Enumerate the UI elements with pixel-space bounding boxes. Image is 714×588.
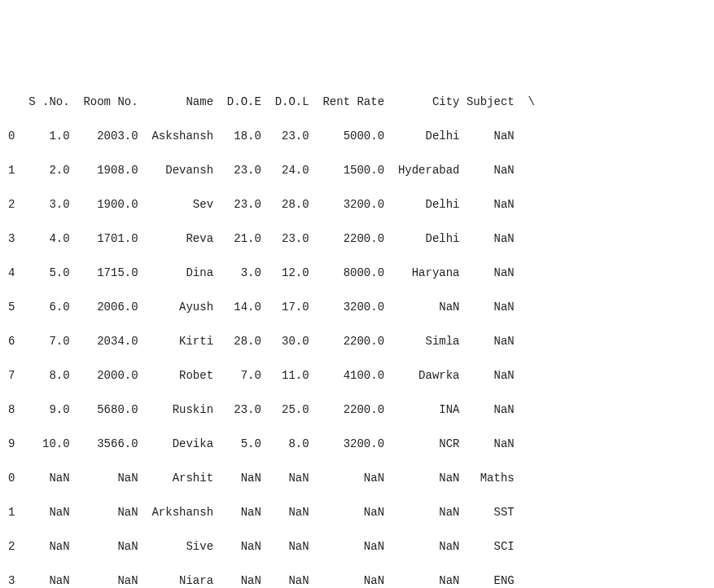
table-row: 2 3.0 1900.0 Sev 23.0 28.0 3200.0 Delhi …	[8, 196, 706, 213]
table-row: 0 1.0 2003.0 Askshansh 18.0 23.0 5000.0 …	[8, 128, 706, 145]
table-row: 4 5.0 1715.0 Dina 3.0 12.0 8000.0 Haryan…	[8, 265, 706, 282]
table-row: 6 7.0 2034.0 Kirti 28.0 30.0 2200.0 Siml…	[8, 333, 706, 350]
dataframe-output: S .No. Room No. Name D.O.E D.O.L Rent Ra…	[8, 77, 706, 588]
table-row: 0 NaN NaN Arshit NaN NaN NaN NaN Maths	[8, 470, 706, 487]
table-row: 2 NaN NaN Sive NaN NaN NaN NaN SCI	[8, 538, 706, 555]
table-row: 3 4.0 1701.0 Reva 21.0 23.0 2200.0 Delhi…	[8, 230, 706, 248]
table-row: 9 10.0 3566.0 Devika 5.0 8.0 3200.0 NCR …	[8, 436, 706, 453]
table-row: 8 9.0 5680.0 Ruskin 23.0 25.0 2200.0 INA…	[8, 402, 706, 419]
table-row: 5 6.0 2006.0 Ayush 14.0 17.0 3200.0 NaN …	[8, 299, 706, 316]
block1-header: S .No. Room No. Name D.O.E D.O.L Rent Ra…	[8, 94, 706, 111]
table-row: 1 2.0 1908.0 Devansh 23.0 24.0 1500.0 Hy…	[8, 162, 706, 179]
table-row: 1 NaN NaN Arkshansh NaN NaN NaN NaN SST	[8, 504, 706, 521]
table-row: 7 8.0 2000.0 Robet 7.0 11.0 4100.0 Dawrk…	[8, 367, 706, 384]
table-row: 3 NaN NaN Niara NaN NaN NaN NaN ENG	[8, 573, 706, 588]
